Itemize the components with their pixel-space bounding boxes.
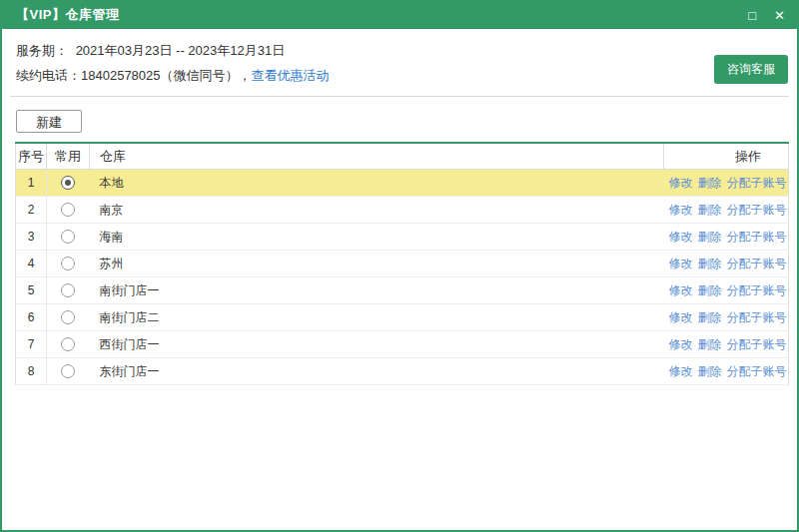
table-row: 2南京修改删除分配子账号 bbox=[16, 197, 789, 224]
edit-link[interactable]: 修改 bbox=[669, 230, 693, 244]
close-icon[interactable]: ✕ bbox=[774, 9, 785, 22]
window-title: 【VIP】仓库管理 bbox=[16, 6, 119, 24]
row-common-cell bbox=[47, 224, 90, 251]
delete-link[interactable]: 删除 bbox=[698, 310, 722, 324]
row-warehouse-name: 西街门店一 bbox=[90, 331, 664, 358]
header-no: 序号 bbox=[16, 143, 47, 170]
assign-subaccount-link[interactable]: 分配子账号 bbox=[727, 283, 787, 297]
common-radio[interactable] bbox=[61, 337, 75, 351]
row-warehouse-name: 南街门店一 bbox=[90, 277, 664, 304]
delete-link[interactable]: 删除 bbox=[698, 230, 722, 244]
table-row: 4苏州修改删除分配子账号 bbox=[16, 251, 789, 277]
delete-link[interactable]: 删除 bbox=[698, 364, 722, 378]
table-row: 6南街门店二修改删除分配子账号 bbox=[16, 304, 789, 331]
common-radio-selected[interactable] bbox=[61, 176, 75, 190]
new-warehouse-button[interactable]: 新建 bbox=[16, 110, 82, 133]
table-row: 1本地修改删除分配子账号 bbox=[16, 170, 789, 197]
table-row: 8东街门店一修改删除分配子账号 bbox=[16, 358, 789, 385]
edit-link[interactable]: 修改 bbox=[669, 203, 693, 217]
delete-link[interactable]: 删除 bbox=[698, 203, 722, 217]
warehouse-table: 序号 常用 仓库 操作 1本地修改删除分配子账号2南京修改删除分配子账号3海南修… bbox=[15, 142, 789, 385]
edit-link[interactable]: 修改 bbox=[669, 283, 693, 297]
row-common-cell bbox=[47, 170, 90, 197]
row-warehouse-name: 本地 bbox=[90, 170, 664, 197]
row-common-cell bbox=[47, 358, 90, 385]
renewal-phone-label: 续约电话： bbox=[16, 68, 81, 83]
row-common-cell bbox=[47, 277, 90, 304]
assign-subaccount-link[interactable]: 分配子账号 bbox=[727, 337, 787, 351]
row-actions-cell: 修改删除分配子账号 bbox=[664, 197, 789, 224]
common-radio[interactable] bbox=[61, 257, 75, 270]
row-warehouse-name: 南京 bbox=[90, 197, 664, 224]
table-row: 7西街门店一修改删除分配子账号 bbox=[16, 331, 789, 358]
common-radio[interactable] bbox=[61, 283, 75, 297]
promo-activity-link[interactable]: 查看优惠活动 bbox=[252, 68, 330, 83]
assign-subaccount-link[interactable]: 分配子账号 bbox=[727, 176, 787, 190]
info-area: 服务期： 2021年03月23日 -- 2023年12月31日 续约电话：184… bbox=[2, 29, 797, 86]
edit-link[interactable]: 修改 bbox=[669, 310, 693, 324]
table-header-row: 序号 常用 仓库 操作 bbox=[16, 143, 789, 170]
row-actions-cell: 修改删除分配子账号 bbox=[664, 277, 789, 304]
delete-link[interactable]: 删除 bbox=[698, 337, 722, 351]
titlebar: 【VIP】仓库管理 □ ✕ bbox=[2, 2, 797, 29]
header-common: 常用 bbox=[47, 143, 90, 170]
warehouse-manager-window: 【VIP】仓库管理 □ ✕ 服务期： 2021年03月23日 -- 2023年1… bbox=[0, 0, 799, 532]
row-actions-cell: 修改删除分配子账号 bbox=[664, 304, 789, 331]
common-radio[interactable] bbox=[61, 203, 75, 217]
assign-subaccount-link[interactable]: 分配子账号 bbox=[727, 230, 787, 244]
header-warehouse: 仓库 bbox=[90, 143, 664, 170]
row-number: 6 bbox=[16, 304, 47, 331]
row-number: 2 bbox=[16, 197, 47, 224]
consult-service-button[interactable]: 咨询客服 bbox=[714, 55, 788, 84]
common-radio[interactable] bbox=[61, 364, 75, 378]
row-number: 1 bbox=[16, 170, 47, 197]
row-common-cell bbox=[47, 331, 90, 358]
row-number: 7 bbox=[16, 331, 47, 358]
row-common-cell bbox=[47, 251, 90, 277]
row-warehouse-name: 海南 bbox=[90, 224, 664, 251]
row-number: 3 bbox=[16, 224, 47, 251]
row-number: 8 bbox=[16, 358, 47, 385]
common-radio[interactable] bbox=[61, 230, 75, 244]
edit-link[interactable]: 修改 bbox=[669, 364, 693, 378]
delete-link[interactable]: 删除 bbox=[698, 283, 722, 297]
edit-link[interactable]: 修改 bbox=[669, 176, 693, 190]
delete-link[interactable]: 删除 bbox=[698, 176, 722, 190]
service-period-label: 服务期： bbox=[16, 43, 68, 58]
row-number: 5 bbox=[16, 277, 47, 304]
table-row: 3海南修改删除分配子账号 bbox=[16, 224, 789, 251]
service-period-line: 服务期： 2021年03月23日 -- 2023年12月31日 bbox=[16, 41, 783, 61]
maximize-icon[interactable]: □ bbox=[748, 9, 756, 22]
delete-link[interactable]: 删除 bbox=[698, 257, 722, 270]
row-warehouse-name: 南街门店二 bbox=[90, 304, 664, 331]
warehouse-table-body: 1本地修改删除分配子账号2南京修改删除分配子账号3海南修改删除分配子账号4苏州修… bbox=[16, 170, 789, 385]
row-actions-cell: 修改删除分配子账号 bbox=[664, 170, 789, 197]
header-divider bbox=[10, 96, 789, 97]
service-period-value: 2021年03月23日 -- 2023年12月31日 bbox=[76, 43, 286, 58]
row-number: 4 bbox=[16, 251, 47, 277]
row-common-cell bbox=[47, 197, 90, 224]
row-actions-cell: 修改删除分配子账号 bbox=[664, 331, 789, 358]
assign-subaccount-link[interactable]: 分配子账号 bbox=[727, 310, 787, 324]
row-actions-cell: 修改删除分配子账号 bbox=[664, 251, 789, 277]
header-actions: 操作 bbox=[664, 143, 789, 170]
row-warehouse-name: 苏州 bbox=[90, 251, 664, 277]
table-row: 5南街门店一修改删除分配子账号 bbox=[16, 277, 789, 304]
assign-subaccount-link[interactable]: 分配子账号 bbox=[727, 257, 787, 270]
row-actions-cell: 修改删除分配子账号 bbox=[664, 358, 789, 385]
window-controls: □ ✕ bbox=[748, 9, 785, 22]
edit-link[interactable]: 修改 bbox=[669, 257, 693, 270]
edit-link[interactable]: 修改 bbox=[669, 337, 693, 351]
renewal-phone-value: 18402578025（微信同号）， bbox=[81, 68, 252, 83]
renewal-phone-line: 续约电话：18402578025（微信同号），查看优惠活动 bbox=[16, 66, 783, 86]
row-warehouse-name: 东街门店一 bbox=[90, 358, 664, 385]
assign-subaccount-link[interactable]: 分配子账号 bbox=[727, 203, 787, 217]
row-actions-cell: 修改删除分配子账号 bbox=[664, 224, 789, 251]
assign-subaccount-link[interactable]: 分配子账号 bbox=[727, 364, 787, 378]
row-common-cell bbox=[47, 304, 90, 331]
common-radio[interactable] bbox=[61, 310, 75, 324]
